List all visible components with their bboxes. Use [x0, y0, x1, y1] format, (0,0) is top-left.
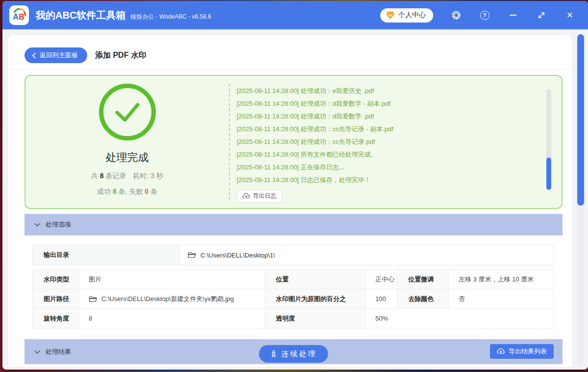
output-dir-value: C:\Users\DELL\Desktop\1\	[180, 245, 553, 265]
status-title: 处理完成	[106, 150, 149, 165]
chevron-left-icon	[32, 52, 36, 59]
option-label: 图片路径	[33, 289, 79, 308]
stat-segment: 条	[148, 187, 157, 195]
log-line: [2025-08-11 14:28:00] 处理成功：cc先导记录 - 副本.p…	[237, 123, 562, 136]
main-scrollbar[interactable]	[577, 33, 584, 365]
option-cell-text: 50%	[375, 315, 388, 322]
output-dir-row: 输出目录 C:\Users\DELL\Desktop\1\	[32, 245, 554, 265]
option-cell-text: 透明度	[276, 314, 295, 323]
stat-segment: 0	[145, 187, 148, 195]
titlebar: A B 我的ABC软件工具箱 核烁办公 - WodeABC - v6.58.6 …	[2, 1, 588, 29]
option-cell-text: 水印图片为原图的百分之	[276, 295, 346, 303]
log-line: [2025-08-11 14:28:00] 所有文件都已经处理完成。	[237, 148, 562, 161]
option-label: 水印图片为原图的百分之	[265, 289, 366, 308]
stat-segment: 条记录	[104, 172, 126, 180]
option-value: 否	[449, 289, 553, 308]
export-results-button[interactable]: 导出结果列表	[490, 344, 554, 359]
option-cell-text: C:\Users\DELL\Desktop\新建文件夹\yx鹦鹉.jpg	[101, 295, 234, 303]
option-value: 100	[366, 289, 397, 308]
result-panel: 处理完成 共 8 条记录 耗时: 3 秒 成功 8 条, 失败 0 条 [202…	[24, 75, 563, 209]
minimize-button[interactable]	[508, 10, 518, 21]
close-button[interactable]: ×	[564, 10, 575, 21]
option-label: 透明度	[265, 309, 366, 328]
stats-line-records: 共 8 条记录 耗时: 3 秒	[91, 172, 163, 181]
option-cell-text: 否	[459, 295, 465, 303]
content-area: 返回到主面板 添加 PDF 水印 处理完成 共 8 条记录 耗时: 3 秒 成功…	[2, 29, 588, 370]
option-cell-text: 正中心	[375, 275, 394, 284]
log-scrollbar-thumb[interactable]	[546, 158, 551, 190]
cloud-upload-icon	[243, 193, 250, 199]
option-cell-text: 旋转角度	[44, 314, 69, 323]
gear-icon	[451, 10, 461, 20]
export-log-label: 导出日志	[253, 192, 276, 200]
minus-icon	[510, 15, 516, 16]
options-table-row: 旋转角度8透明度50%	[33, 309, 553, 328]
resize-button[interactable]	[536, 10, 547, 21]
option-value: 8	[79, 309, 265, 328]
personal-center-label: 个人中心	[398, 11, 426, 20]
main-scrollbar-thumb[interactable]	[577, 34, 584, 206]
question-circle-icon: ?	[480, 11, 490, 20]
section-header-results[interactable]: 处理结果 连续处理	[24, 339, 563, 364]
export-log-button[interactable]: 导出日志	[237, 189, 282, 203]
personal-center-button[interactable]: 个人中心	[380, 8, 433, 23]
option-value: 正中心	[366, 270, 397, 289]
app-title: 我的ABC软件工具箱	[36, 9, 125, 22]
section-results-label: 处理结果	[46, 348, 71, 356]
x-icon: ×	[567, 10, 573, 21]
option-value: C:\Users\DELL\Desktop\新建文件夹\yx鹦鹉.jpg	[79, 289, 265, 308]
help-button[interactable]: ?	[479, 10, 490, 21]
continue-processing-button[interactable]: 连续处理	[259, 345, 328, 363]
section-options-label: 处理选项	[46, 220, 71, 229]
stat-segment: 条, 失败	[117, 187, 145, 195]
option-value: 50%	[366, 309, 553, 328]
app-logo-icon: A B	[9, 5, 29, 25]
option-cell-text: 图片路径	[44, 295, 69, 303]
log-line: [2025-08-11 14:28:00] 处理成功：e我爱历史 .pdf	[237, 85, 562, 97]
settings-button[interactable]	[451, 10, 462, 21]
option-cell-text: 位置	[276, 275, 289, 284]
chevron-down-icon	[34, 350, 40, 354]
svg-text:B: B	[19, 12, 24, 21]
option-value: 图片	[79, 270, 265, 289]
log-line: [2025-08-11 14:28:00] 正在保存日志...	[237, 161, 562, 174]
stat-segment: 成功	[97, 187, 113, 195]
stat-segment: 8	[100, 172, 104, 180]
cloud-upload-icon	[497, 348, 505, 355]
section-header-options[interactable]: 处理选项	[24, 214, 563, 235]
option-value: 左移 3 厘米，上移 10 厘米	[449, 270, 553, 289]
option-cell-text: 8	[89, 315, 92, 322]
options-table-row: 水印类型图片位置正中心位置微调左移 3 厘米，上移 10 厘米	[33, 270, 553, 289]
status-column: 处理完成 共 8 条记录 耗时: 3 秒 成功 8 条, 失败 0 条	[25, 76, 229, 208]
gem-icon	[386, 11, 395, 20]
log-lines: [2025-08-11 14:28:00] 处理成功：e我爱历史 .pdf[20…	[237, 85, 562, 186]
log-line: [2025-08-11 14:28:00] 处理成功：d我爱数学 .pdf	[237, 110, 562, 123]
options-body: 输出目录 C:\Users\DELL\Desktop\1\ 水印类型图片位置正中…	[24, 235, 563, 328]
option-label: 水印类型	[33, 270, 79, 289]
open-folder-icon	[188, 252, 196, 258]
card-header: 返回到主面板 添加 PDF 水印	[8, 35, 572, 70]
option-cell-text: 图片	[89, 275, 101, 284]
log-scrollbar[interactable]	[546, 89, 551, 190]
chevron-down-icon	[34, 223, 40, 227]
option-label: 旋转角度	[33, 309, 79, 328]
log-line: [2025-08-11 14:28:00] 处理成功：cc先导记录.pdf	[237, 136, 562, 148]
output-dir-label: 输出目录	[33, 245, 180, 265]
page-title: 添加 PDF 水印	[95, 50, 147, 61]
option-label: 去除颜色	[397, 289, 449, 308]
output-dir-path: C:\Users\DELL\Desktop\1\	[200, 252, 275, 259]
options-table: 水印类型图片位置正中心位置微调左移 3 厘米，上移 10 厘米图片路径C:\Us…	[32, 269, 554, 328]
check-circle-icon	[99, 84, 156, 140]
back-to-dashboard-button[interactable]: 返回到主面板	[24, 47, 87, 63]
log-panel[interactable]: [2025-08-11 14:28:00] 处理成功：e我爱历史 .pdf[20…	[229, 84, 562, 200]
continue-processing-label: 连续处理	[282, 349, 317, 359]
titlebar-controls: 个人中心 ?	[380, 8, 588, 23]
stats-line-success-fail: 成功 8 条, 失败 0 条	[97, 187, 157, 196]
stat-segment: 耗时: 3 秒	[126, 172, 163, 180]
option-cell-text: 左移 3 厘米，上移 10 厘米	[459, 275, 534, 284]
results-table-partial-row	[8, 367, 572, 370]
export-results-label: 导出结果列表	[509, 347, 547, 356]
main-card: 返回到主面板 添加 PDF 水印 处理完成 共 8 条记录 耗时: 3 秒 成功…	[8, 35, 572, 370]
app-subtitle: 核烁办公 - WodeABC - v6.58.6	[130, 13, 211, 21]
stat-segment: 共	[91, 172, 100, 180]
